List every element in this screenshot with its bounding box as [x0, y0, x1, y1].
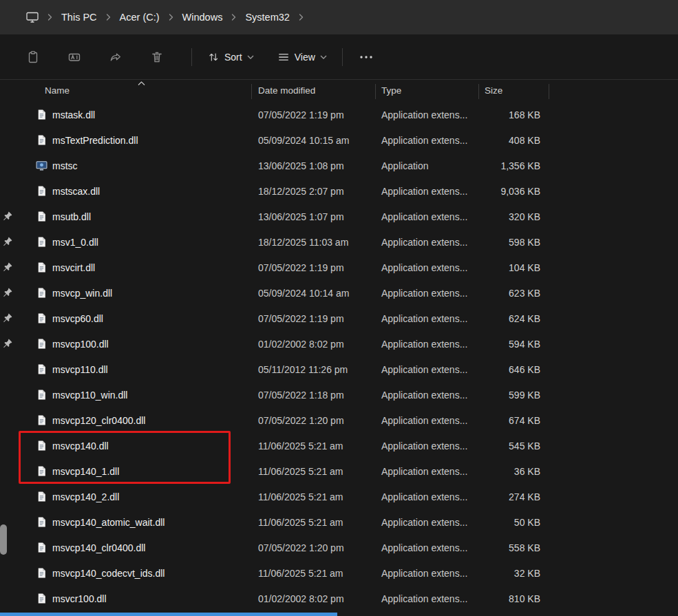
file-name: msvcp140_clr0400.dll	[52, 535, 145, 560]
paste-icon	[26, 50, 40, 64]
paste-button[interactable]	[18, 43, 48, 71]
file-icon	[36, 211, 47, 222]
more-options-button[interactable]	[351, 43, 381, 71]
file-icon	[36, 160, 47, 171]
breadcrumb-items: This PCAcer (C:)WindowsSystem32	[45, 8, 306, 27]
breadcrumb-item[interactable]: Acer (C:)	[113, 8, 167, 27]
table-row[interactable]: msutb.dll 13/06/2025 1:07 pm Application…	[19, 204, 678, 229]
trash-icon	[150, 50, 164, 64]
file-name: msTextPrediction.dll	[52, 127, 138, 153]
file-date-modified: 18/12/2025 2:07 pm	[258, 178, 344, 204]
file-name: msvcirt.dll	[52, 255, 95, 280]
table-row[interactable]: msv1_0.dll 18/12/2025 11:03 am Applicati…	[19, 229, 678, 255]
chevron-right-icon	[46, 13, 54, 21]
pin-icon[interactable]	[2, 312, 13, 323]
file-date-modified: 05/09/2024 10:14 am	[258, 280, 349, 306]
table-row[interactable]: msvcp140.dll 11/06/2025 5:21 am Applicat…	[19, 433, 678, 458]
scrollbar-thumb[interactable]	[0, 524, 7, 555]
table-row[interactable]: msvcirt.dll 07/05/2022 1:19 pm Applicati…	[19, 255, 678, 280]
file-name: mstscax.dll	[52, 178, 100, 204]
file-icon	[36, 567, 47, 579]
table-row[interactable]: msvcp140_atomic_wait.dll 11/06/2025 5:21…	[19, 509, 678, 535]
table-row[interactable]: msvcp110.dll 05/11/2012 11:26 pm Applica…	[19, 357, 678, 382]
file-icon	[36, 491, 47, 502]
file-name: msvcp140_2.dll	[52, 484, 119, 509]
pin-icon[interactable]	[2, 262, 13, 273]
file-name: msutb.dll	[52, 204, 91, 229]
pin-icon[interactable]	[2, 287, 13, 298]
file-date-modified: 11/06/2025 5:21 am	[258, 560, 343, 586]
file-date-modified: 11/06/2025 5:21 am	[258, 484, 343, 509]
pin-icon[interactable]	[2, 338, 13, 349]
pin-icon[interactable]	[2, 211, 13, 222]
table-row[interactable]: msvcp_win.dll 05/09/2024 10:14 am Applic…	[19, 280, 678, 306]
table-row[interactable]: msTextPrediction.dll 05/09/2024 10:15 am…	[19, 127, 678, 153]
table-row[interactable]: mstask.dll 07/05/2022 1:19 pm Applicatio…	[19, 102, 678, 127]
file-name: msvcp140.dll	[52, 433, 109, 458]
file-icon	[36, 542, 47, 553]
file-icon	[36, 516, 47, 528]
file-icon	[36, 593, 47, 604]
table-row[interactable]: msvcp140_codecvt_ids.dll 11/06/2025 5:21…	[19, 560, 678, 586]
view-label: View	[295, 52, 315, 63]
file-size: 545 KB	[432, 433, 540, 458]
file-date-modified: 11/06/2025 5:21 am	[258, 458, 343, 484]
file-icon	[36, 236, 47, 248]
delete-button[interactable]	[142, 43, 172, 71]
file-name: msvcp140_codecvt_ids.dll	[52, 560, 165, 586]
view-icon	[277, 51, 290, 63]
toolbar: Sort View	[0, 34, 678, 80]
file-size: 646 KB	[432, 357, 540, 382]
table-row[interactable]: msvcp140_2.dll 11/06/2025 5:21 am Applic…	[19, 484, 678, 509]
file-size: 594 KB	[432, 331, 540, 357]
pin-icon[interactable]	[2, 236, 13, 247]
this-pc-icon[interactable]	[19, 6, 45, 28]
file-rows: mstask.dll 07/05/2022 1:19 pm Applicatio…	[19, 81, 678, 616]
breadcrumb-item[interactable]: Windows	[176, 8, 230, 27]
file-size: 168 KB	[432, 102, 540, 127]
file-date-modified: 01/02/2002 8:02 pm	[258, 586, 344, 611]
ellipsis-icon	[360, 56, 372, 59]
file-list: Name Date modified Type Size mstask.dll …	[19, 81, 678, 616]
file-date-modified: 18/12/2025 11:03 am	[258, 229, 348, 255]
table-row[interactable]: msvcp110_win.dll 07/05/2022 1:18 pm Appl…	[19, 382, 678, 407]
file-date-modified: 07/05/2022 1:19 pm	[258, 255, 344, 280]
file-size: 623 KB	[432, 280, 540, 306]
sort-button[interactable]: Sort	[200, 43, 261, 71]
file-name: msvcp110.dll	[52, 357, 108, 382]
file-size: 810 KB	[432, 586, 540, 611]
table-row[interactable]: msvcp140_clr0400.dll 07/05/2022 1:20 pm …	[19, 535, 678, 560]
table-row[interactable]: msvcp100.dll 01/02/2002 8:02 pm Applicat…	[19, 331, 678, 357]
file-size: 408 KB	[432, 127, 540, 153]
table-row[interactable]: msvcp60.dll 07/05/2022 1:19 pm Applicati…	[19, 306, 678, 331]
file-icon	[36, 389, 47, 401]
file-size: 558 KB	[432, 535, 540, 560]
table-row[interactable]: msvcr100.dll 01/02/2002 8:02 pm Applicat…	[19, 586, 678, 611]
share-icon	[109, 50, 123, 64]
file-size: 32 KB	[432, 560, 540, 586]
file-icon	[36, 262, 47, 273]
table-row[interactable]: mstsc 13/06/2025 1:08 pm Application 1,3…	[19, 153, 678, 178]
file-name: mstask.dll	[52, 102, 95, 127]
breadcrumb-item[interactable]: System32	[238, 8, 296, 27]
file-size: 674 KB	[432, 407, 540, 433]
file-type: Application	[381, 153, 429, 178]
table-row[interactable]: msvcp140_1.dll 11/06/2025 5:21 am Applic…	[19, 458, 678, 484]
table-row[interactable]: msvcp120_clr0400.dll 07/05/2022 1:20 pm …	[19, 407, 678, 433]
file-icon	[36, 134, 47, 146]
file-date-modified: 13/06/2025 1:07 pm	[258, 204, 344, 229]
share-button[interactable]	[100, 43, 131, 71]
table-row[interactable]: mstscax.dll 18/12/2025 2:07 pm Applicati…	[19, 178, 678, 204]
file-date-modified: 07/05/2022 1:20 pm	[258, 407, 344, 433]
file-icon	[36, 287, 47, 299]
rename-button[interactable]	[59, 43, 89, 71]
file-size: 104 KB	[432, 255, 540, 280]
chevron-down-icon	[247, 55, 254, 59]
view-button[interactable]: View	[271, 43, 334, 71]
breadcrumb-item[interactable]: This PC	[54, 8, 104, 27]
chevron-right-icon	[105, 13, 112, 21]
file-date-modified: 11/06/2025 5:21 am	[258, 509, 343, 535]
file-size: 599 KB	[432, 382, 540, 407]
file-date-modified: 05/11/2012 11:26 pm	[258, 357, 348, 382]
toolbar-divider	[342, 48, 343, 66]
